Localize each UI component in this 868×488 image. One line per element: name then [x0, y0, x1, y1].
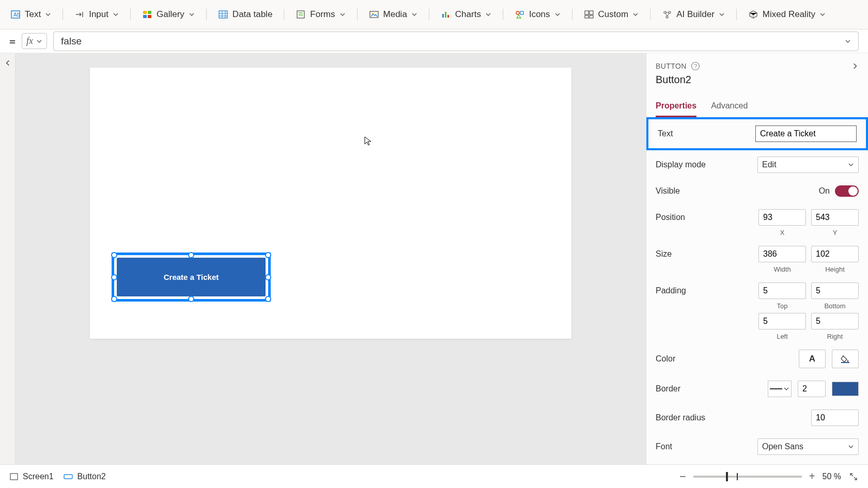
- size-height-input[interactable]: [811, 246, 859, 262]
- svg-point-13: [516, 11, 519, 14]
- display-mode-select[interactable]: Edit: [757, 156, 859, 173]
- chevron-down-icon: [189, 11, 195, 18]
- prop-label: Visible: [656, 186, 680, 196]
- breadcrumb-control[interactable]: Button2: [63, 472, 106, 481]
- resize-handle-r[interactable]: [265, 274, 271, 280]
- main-area: Create a Ticket BUTTON ? Bu: [0, 53, 868, 464]
- padding-right-input[interactable]: [811, 313, 859, 329]
- text-input[interactable]: [755, 125, 857, 142]
- insert-ribbon: Ab Text Input Gallery Data table Forms M…: [0, 0, 868, 29]
- zoom-in-button[interactable]: +: [809, 470, 815, 482]
- chevron-down-icon: [632, 11, 639, 18]
- fx-dropdown[interactable]: fx: [22, 33, 47, 49]
- ribbon-text[interactable]: Ab Text: [4, 6, 57, 23]
- resize-handle-t[interactable]: [188, 252, 194, 258]
- resize-handle-bl[interactable]: [111, 296, 117, 302]
- canvas-viewport[interactable]: Create a Ticket: [16, 53, 646, 464]
- size-width-input[interactable]: [758, 246, 806, 262]
- zoom-slider[interactable]: [693, 476, 802, 478]
- ribbon-label: Data table: [233, 9, 273, 20]
- screen-canvas[interactable]: Create a Ticket: [90, 68, 571, 339]
- ribbon-mixed-reality[interactable]: Mixed Reality: [742, 6, 832, 23]
- selected-control-button[interactable]: Create a Ticket: [112, 253, 271, 302]
- tab-properties[interactable]: Properties: [656, 96, 696, 117]
- ribbon-forms[interactable]: Forms: [289, 6, 351, 23]
- ribbon-media[interactable]: Media: [363, 6, 424, 23]
- visible-toggle[interactable]: [835, 185, 859, 197]
- breadcrumb-screen[interactable]: Screen1: [9, 472, 54, 481]
- prop-size: Size: [646, 240, 868, 269]
- tab-advanced[interactable]: Advanced: [711, 96, 748, 117]
- border-style-select[interactable]: [768, 381, 792, 397]
- zoom-out-button[interactable]: −: [679, 470, 686, 483]
- formula-bar: = fx false: [0, 29, 868, 53]
- svg-rect-16: [590, 11, 593, 14]
- resize-handle-l[interactable]: [111, 274, 117, 280]
- padding-top-input[interactable]: [758, 282, 806, 299]
- panel-tabs: Properties Advanced: [646, 96, 868, 117]
- chevron-right-icon[interactable]: [851, 62, 859, 70]
- ribbon-custom[interactable]: Custom: [578, 6, 645, 23]
- border-radius-input[interactable]: [811, 410, 859, 426]
- chevron-down-icon: [783, 386, 789, 392]
- chevron-left-icon[interactable]: [4, 59, 11, 67]
- ribbon-gallery[interactable]: Gallery: [136, 6, 201, 23]
- ribbon-separator: [284, 9, 284, 20]
- resize-handle-tl[interactable]: [111, 252, 117, 258]
- help-icon[interactable]: ?: [691, 61, 700, 71]
- border-color-swatch[interactable]: [832, 382, 859, 396]
- sublabel-right: Right: [811, 333, 859, 340]
- svg-rect-6: [219, 11, 227, 18]
- prop-label: Padding: [656, 286, 686, 295]
- svg-rect-24: [841, 362, 849, 363]
- ribbon-label: Icons: [529, 9, 550, 20]
- svg-rect-26: [64, 475, 72, 479]
- padding-bottom-input[interactable]: [811, 282, 859, 299]
- ribbon-label: Input: [89, 9, 109, 20]
- position-y-input[interactable]: [811, 209, 859, 226]
- svg-text:?: ?: [694, 63, 698, 69]
- forms-icon: [296, 10, 306, 19]
- ribbon-icons[interactable]: Icons: [508, 6, 567, 23]
- font-select[interactable]: Open Sans: [757, 438, 859, 455]
- ribbon-separator: [357, 9, 358, 20]
- ribbon-separator: [503, 9, 503, 20]
- prop-visible: Visible On: [646, 179, 868, 203]
- padding-left-input[interactable]: [758, 313, 806, 329]
- ribbon-datatable[interactable]: Data table: [212, 6, 279, 23]
- ribbon-ai-builder[interactable]: AI Builder: [656, 6, 731, 23]
- chevron-down-icon: [36, 38, 42, 44]
- sublabel-height: Height: [811, 265, 859, 273]
- svg-rect-25: [10, 474, 18, 480]
- fill-color-button[interactable]: [832, 350, 859, 368]
- fullscreen-icon[interactable]: [848, 471, 859, 482]
- prop-label: Text: [658, 129, 673, 138]
- ribbon-label: Gallery: [157, 9, 184, 20]
- chevron-down-icon: [819, 11, 826, 18]
- font-color-button[interactable]: A: [799, 350, 826, 368]
- sublabel-bottom: Bottom: [811, 302, 859, 310]
- datatable-icon: [218, 10, 228, 19]
- chevron-down-icon: [845, 38, 851, 44]
- resize-handle-b[interactable]: [188, 296, 194, 302]
- formula-input[interactable]: false: [53, 32, 859, 51]
- ribbon-charts[interactable]: Charts: [435, 6, 498, 23]
- prop-label: Border: [656, 384, 680, 393]
- ribbon-separator: [572, 9, 572, 20]
- prop-color: Color A: [646, 343, 868, 374]
- border-width-input[interactable]: [798, 381, 826, 397]
- prop-label: Font: [656, 442, 672, 451]
- cursor-icon: [364, 136, 372, 146]
- resize-handle-tr[interactable]: [265, 252, 271, 258]
- chevron-down-icon: [485, 11, 491, 18]
- ribbon-input[interactable]: Input: [68, 6, 125, 23]
- svg-rect-14: [520, 11, 523, 14]
- prop-display-mode: Display mode Edit: [646, 150, 868, 179]
- resize-handle-br[interactable]: [265, 296, 271, 302]
- position-x-input[interactable]: [758, 209, 806, 226]
- padding-sublabels-2: Left Right: [646, 333, 868, 343]
- svg-rect-3: [148, 11, 151, 14]
- ribbon-label: Mixed Reality: [763, 9, 815, 20]
- ribbon-separator: [130, 9, 131, 20]
- prop-padding: Padding: [646, 276, 868, 305]
